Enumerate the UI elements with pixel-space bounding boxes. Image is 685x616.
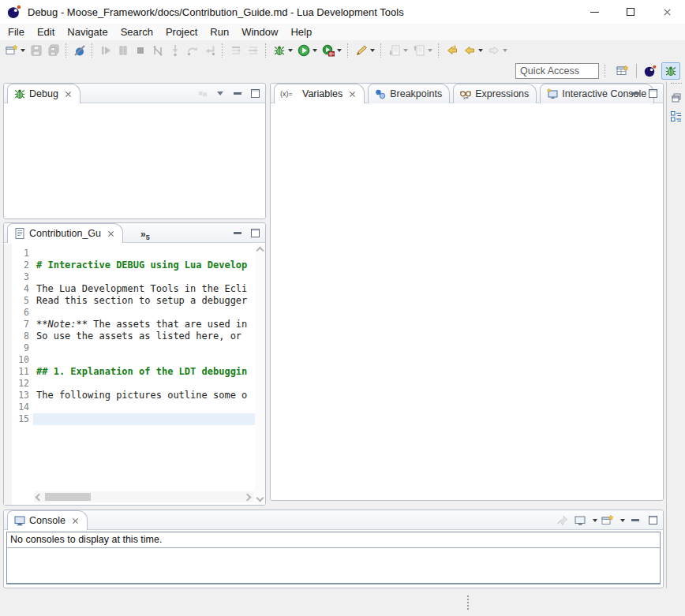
quick-access-input[interactable]: [515, 63, 599, 79]
forward-dropdown-arrow[interactable]: [503, 49, 507, 52]
menu-project[interactable]: Project: [159, 24, 204, 39]
variables-minimize-button[interactable]: [628, 87, 642, 101]
debug-button[interactable]: [271, 42, 295, 59]
lua-perspective-button[interactable]: [641, 62, 660, 80]
new-wizard-button[interactable]: [3, 42, 28, 59]
previous-annotation-button[interactable]: [410, 42, 435, 59]
pin-console-button[interactable]: [556, 513, 570, 528]
outline-view-button[interactable]: [668, 109, 684, 125]
run-dropdown-arrow[interactable]: [313, 49, 317, 52]
menu-edit[interactable]: Edit: [31, 24, 61, 39]
display-selected-console-dropdown-arrow[interactable]: [593, 519, 597, 522]
debug-bug-icon: [13, 88, 26, 100]
scroll-right-arrow[interactable]: [244, 493, 252, 501]
console-content[interactable]: No consoles to display at this time.: [6, 532, 661, 584]
terminate-button[interactable]: [132, 42, 149, 59]
debug-view-menu-button[interactable]: [213, 87, 227, 101]
menubar: FileEditNavigateSearchProjectRunWindowHe…: [0, 24, 685, 40]
close-tab-icon[interactable]: [348, 90, 357, 99]
step-into-button[interactable]: [167, 42, 184, 59]
statusbar-drag-handle[interactable]: [467, 595, 470, 610]
back-button[interactable]: [461, 42, 485, 59]
menu-window[interactable]: Window: [235, 24, 284, 39]
close-editor-icon[interactable]: [107, 230, 115, 238]
variables-view: (x)=VariablesBreakpointsx=ExpressionsInt…: [270, 83, 664, 501]
drop-to-frame-button[interactable]: [227, 42, 245, 59]
close-console-icon[interactable]: [71, 517, 80, 525]
debug-dropdown-arrow[interactable]: [288, 49, 293, 52]
menu-run[interactable]: Run: [204, 24, 235, 39]
suspend-button[interactable]: [114, 42, 132, 59]
scrollbar-thumb[interactable]: [45, 493, 91, 501]
line-number: 13: [12, 390, 29, 401]
variables-tab-bar: (x)=VariablesBreakpointsx=ExpressionsInt…: [271, 84, 663, 103]
forward-button[interactable]: [485, 42, 510, 59]
external-tools-dropdown-arrow[interactable]: [370, 49, 375, 52]
tab-variables[interactable]: (x)=Variables: [274, 84, 365, 103]
save-button[interactable]: [28, 42, 45, 59]
new-wizard-dropdown-arrow[interactable]: [21, 49, 25, 52]
step-over-button[interactable]: [184, 42, 201, 59]
pin-console-icon: [556, 514, 569, 527]
editor-vertical-scrollbar[interactable]: [255, 244, 265, 505]
tab-contribution-guide[interactable]: Contribution_Gu: [7, 223, 123, 243]
close-icon: [662, 7, 672, 17]
run-coverage-dropdown-arrow[interactable]: [337, 49, 342, 52]
tab-debug[interactable]: Debug: [7, 84, 80, 103]
maximize-window-button[interactable]: [612, 0, 649, 24]
scroll-left-arrow[interactable]: [36, 493, 43, 501]
close-window-button[interactable]: [649, 0, 685, 24]
tab-console[interactable]: Console: [7, 510, 88, 530]
close-tab-icon[interactable]: [64, 90, 73, 99]
debug-minimize-button[interactable]: [230, 87, 245, 101]
minimize-window-button[interactable]: [576, 0, 612, 24]
interactive-console-icon: [546, 88, 559, 100]
code-line-6: [33, 307, 255, 319]
svg-text:(x)=: (x)=: [280, 90, 293, 98]
console-actions: [556, 510, 660, 530]
tab-expressions[interactable]: x=Expressions: [453, 84, 537, 103]
remove-all-terminated-button[interactable]: [196, 87, 210, 101]
external-tools-button[interactable]: [353, 42, 377, 59]
editor-maximize-button[interactable]: [248, 226, 262, 241]
skip-all-breakpoints-button[interactable]: [71, 42, 88, 59]
console-maximize-button[interactable]: [646, 513, 660, 528]
back-dropdown-arrow[interactable]: [478, 49, 483, 52]
disconnect-button[interactable]: [149, 42, 167, 59]
code-line-14: [33, 401, 255, 413]
use-step-filters-button[interactable]: [245, 42, 262, 59]
run-coverage-button[interactable]: [320, 42, 344, 59]
restore-views-button[interactable]: [668, 90, 684, 106]
editor-minimize-button[interactable]: [230, 226, 245, 241]
scroll-down-arrow[interactable]: [256, 495, 264, 502]
trim-drag-handle: [671, 83, 682, 85]
tab-breakpoints[interactable]: Breakpoints: [368, 84, 450, 103]
view-menu-icon: [217, 91, 223, 95]
variables-maximize-button[interactable]: [646, 87, 660, 101]
debug-perspective-button[interactable]: [661, 62, 680, 80]
hidden-editors-chevron[interactable]: »5: [140, 229, 150, 241]
debug-maximize-button[interactable]: [248, 87, 262, 101]
resume-button[interactable]: [97, 42, 114, 59]
maximize-view-icon: [251, 89, 260, 98]
save-all-button[interactable]: [45, 42, 62, 59]
console-minimize-button[interactable]: [628, 513, 642, 528]
forward-icon: [488, 44, 500, 57]
scroll-up-arrow[interactable]: [256, 247, 264, 255]
display-selected-console-button[interactable]: [573, 513, 587, 528]
editor-horizontal-scrollbar[interactable]: [34, 491, 254, 502]
open-perspective-button[interactable]: [613, 62, 632, 80]
code-area[interactable]: # Interactive DEBUG using Lua DevelopThe…: [33, 244, 255, 505]
next-annotation-dropdown-arrow[interactable]: [403, 49, 408, 52]
step-return-button[interactable]: [201, 42, 219, 59]
menu-navigate[interactable]: Navigate: [61, 24, 114, 39]
menu-search[interactable]: Search: [114, 24, 159, 39]
menu-file[interactable]: File: [2, 24, 31, 39]
menu-help[interactable]: Help: [284, 24, 318, 39]
previous-annotation-dropdown-arrow[interactable]: [428, 49, 432, 52]
open-console-dropdown-arrow[interactable]: [620, 519, 625, 522]
run-button[interactable]: [295, 42, 320, 59]
last-edit-location-button[interactable]: [444, 42, 461, 59]
open-console-button[interactable]: [601, 513, 615, 528]
next-annotation-button[interactable]: [386, 42, 410, 59]
